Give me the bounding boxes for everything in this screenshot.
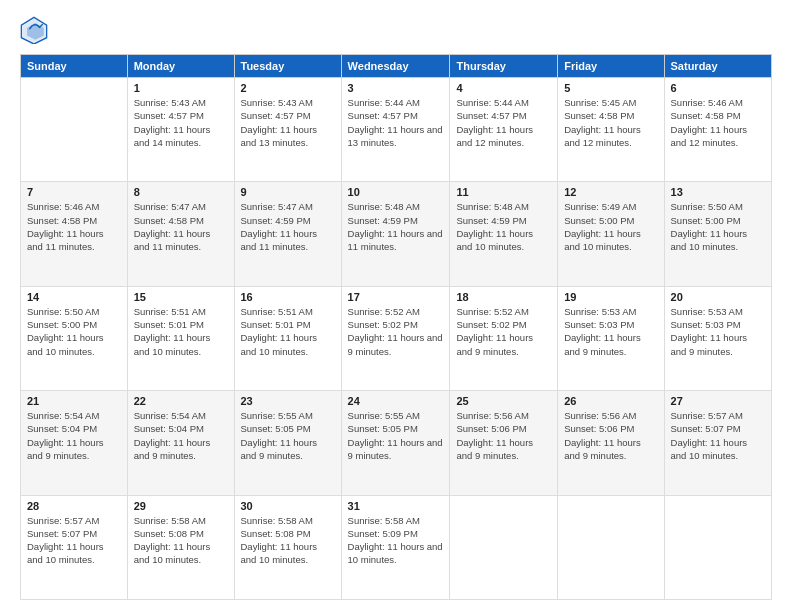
calendar-table: SundayMondayTuesdayWednesdayThursdayFrid… [20,54,772,600]
day-info: Sunrise: 5:54 AMSunset: 5:04 PMDaylight:… [134,409,228,462]
calendar-body: 1Sunrise: 5:43 AMSunset: 4:57 PMDaylight… [21,78,772,600]
day-number: 6 [671,82,765,94]
day-info: Sunrise: 5:48 AMSunset: 4:59 PMDaylight:… [456,200,551,253]
day-number: 30 [241,500,335,512]
day-number: 12 [564,186,657,198]
day-info: Sunrise: 5:46 AMSunset: 4:58 PMDaylight:… [27,200,121,253]
day-number: 29 [134,500,228,512]
day-cell: 24Sunrise: 5:55 AMSunset: 5:05 PMDayligh… [341,391,450,495]
day-cell: 21Sunrise: 5:54 AMSunset: 5:04 PMDayligh… [21,391,128,495]
day-cell [450,495,558,599]
day-number: 7 [27,186,121,198]
day-info: Sunrise: 5:52 AMSunset: 5:02 PMDaylight:… [348,305,444,358]
header-cell-monday: Monday [127,55,234,78]
day-cell: 18Sunrise: 5:52 AMSunset: 5:02 PMDayligh… [450,286,558,390]
day-number: 4 [456,82,551,94]
day-info: Sunrise: 5:53 AMSunset: 5:03 PMDaylight:… [671,305,765,358]
day-cell: 17Sunrise: 5:52 AMSunset: 5:02 PMDayligh… [341,286,450,390]
day-info: Sunrise: 5:53 AMSunset: 5:03 PMDaylight:… [564,305,657,358]
day-info: Sunrise: 5:55 AMSunset: 5:05 PMDaylight:… [241,409,335,462]
day-number: 17 [348,291,444,303]
day-info: Sunrise: 5:56 AMSunset: 5:06 PMDaylight:… [564,409,657,462]
day-number: 15 [134,291,228,303]
week-row-2: 14Sunrise: 5:50 AMSunset: 5:00 PMDayligh… [21,286,772,390]
day-number: 24 [348,395,444,407]
day-info: Sunrise: 5:43 AMSunset: 4:57 PMDaylight:… [241,96,335,149]
week-row-0: 1Sunrise: 5:43 AMSunset: 4:57 PMDaylight… [21,78,772,182]
day-info: Sunrise: 5:58 AMSunset: 5:08 PMDaylight:… [134,514,228,567]
day-cell: 26Sunrise: 5:56 AMSunset: 5:06 PMDayligh… [558,391,664,495]
day-info: Sunrise: 5:47 AMSunset: 4:58 PMDaylight:… [134,200,228,253]
day-info: Sunrise: 5:54 AMSunset: 5:04 PMDaylight:… [27,409,121,462]
day-cell: 15Sunrise: 5:51 AMSunset: 5:01 PMDayligh… [127,286,234,390]
day-cell: 27Sunrise: 5:57 AMSunset: 5:07 PMDayligh… [664,391,771,495]
day-number: 18 [456,291,551,303]
day-info: Sunrise: 5:47 AMSunset: 4:59 PMDaylight:… [241,200,335,253]
day-number: 21 [27,395,121,407]
day-cell: 8Sunrise: 5:47 AMSunset: 4:58 PMDaylight… [127,182,234,286]
header-cell-thursday: Thursday [450,55,558,78]
week-row-1: 7Sunrise: 5:46 AMSunset: 4:58 PMDaylight… [21,182,772,286]
day-info: Sunrise: 5:51 AMSunset: 5:01 PMDaylight:… [134,305,228,358]
day-cell: 31Sunrise: 5:58 AMSunset: 5:09 PMDayligh… [341,495,450,599]
header-cell-sunday: Sunday [21,55,128,78]
day-cell: 30Sunrise: 5:58 AMSunset: 5:08 PMDayligh… [234,495,341,599]
day-cell: 3Sunrise: 5:44 AMSunset: 4:57 PMDaylight… [341,78,450,182]
page: SundayMondayTuesdayWednesdayThursdayFrid… [0,0,792,612]
week-row-4: 28Sunrise: 5:57 AMSunset: 5:07 PMDayligh… [21,495,772,599]
header-cell-wednesday: Wednesday [341,55,450,78]
day-cell: 25Sunrise: 5:56 AMSunset: 5:06 PMDayligh… [450,391,558,495]
day-number: 22 [134,395,228,407]
day-number: 16 [241,291,335,303]
day-cell: 4Sunrise: 5:44 AMSunset: 4:57 PMDaylight… [450,78,558,182]
day-info: Sunrise: 5:51 AMSunset: 5:01 PMDaylight:… [241,305,335,358]
day-cell: 9Sunrise: 5:47 AMSunset: 4:59 PMDaylight… [234,182,341,286]
calendar-header: SundayMondayTuesdayWednesdayThursdayFrid… [21,55,772,78]
day-cell: 6Sunrise: 5:46 AMSunset: 4:58 PMDaylight… [664,78,771,182]
day-cell: 13Sunrise: 5:50 AMSunset: 5:00 PMDayligh… [664,182,771,286]
day-cell: 23Sunrise: 5:55 AMSunset: 5:05 PMDayligh… [234,391,341,495]
day-cell: 11Sunrise: 5:48 AMSunset: 4:59 PMDayligh… [450,182,558,286]
day-cell [558,495,664,599]
day-info: Sunrise: 5:58 AMSunset: 5:09 PMDaylight:… [348,514,444,567]
day-number: 20 [671,291,765,303]
day-cell: 28Sunrise: 5:57 AMSunset: 5:07 PMDayligh… [21,495,128,599]
header-row: SundayMondayTuesdayWednesdayThursdayFrid… [21,55,772,78]
day-info: Sunrise: 5:45 AMSunset: 4:58 PMDaylight:… [564,96,657,149]
day-cell: 22Sunrise: 5:54 AMSunset: 5:04 PMDayligh… [127,391,234,495]
day-info: Sunrise: 5:46 AMSunset: 4:58 PMDaylight:… [671,96,765,149]
day-cell [664,495,771,599]
logo-icon [20,16,48,44]
day-info: Sunrise: 5:49 AMSunset: 5:00 PMDaylight:… [564,200,657,253]
day-info: Sunrise: 5:58 AMSunset: 5:08 PMDaylight:… [241,514,335,567]
day-cell: 20Sunrise: 5:53 AMSunset: 5:03 PMDayligh… [664,286,771,390]
day-number: 25 [456,395,551,407]
header-cell-friday: Friday [558,55,664,78]
day-number: 27 [671,395,765,407]
day-number: 14 [27,291,121,303]
day-info: Sunrise: 5:50 AMSunset: 5:00 PMDaylight:… [671,200,765,253]
day-info: Sunrise: 5:43 AMSunset: 4:57 PMDaylight:… [134,96,228,149]
day-cell: 12Sunrise: 5:49 AMSunset: 5:00 PMDayligh… [558,182,664,286]
day-cell: 29Sunrise: 5:58 AMSunset: 5:08 PMDayligh… [127,495,234,599]
day-cell: 5Sunrise: 5:45 AMSunset: 4:58 PMDaylight… [558,78,664,182]
day-number: 2 [241,82,335,94]
day-info: Sunrise: 5:57 AMSunset: 5:07 PMDaylight:… [671,409,765,462]
day-info: Sunrise: 5:44 AMSunset: 4:57 PMDaylight:… [348,96,444,149]
day-number: 23 [241,395,335,407]
week-row-3: 21Sunrise: 5:54 AMSunset: 5:04 PMDayligh… [21,391,772,495]
day-cell: 10Sunrise: 5:48 AMSunset: 4:59 PMDayligh… [341,182,450,286]
day-number: 11 [456,186,551,198]
day-number: 28 [27,500,121,512]
day-number: 26 [564,395,657,407]
day-info: Sunrise: 5:56 AMSunset: 5:06 PMDaylight:… [456,409,551,462]
day-number: 5 [564,82,657,94]
day-number: 8 [134,186,228,198]
header-cell-tuesday: Tuesday [234,55,341,78]
logo [20,16,52,44]
day-cell: 1Sunrise: 5:43 AMSunset: 4:57 PMDaylight… [127,78,234,182]
day-info: Sunrise: 5:57 AMSunset: 5:07 PMDaylight:… [27,514,121,567]
day-number: 10 [348,186,444,198]
day-cell: 7Sunrise: 5:46 AMSunset: 4:58 PMDaylight… [21,182,128,286]
day-number: 13 [671,186,765,198]
